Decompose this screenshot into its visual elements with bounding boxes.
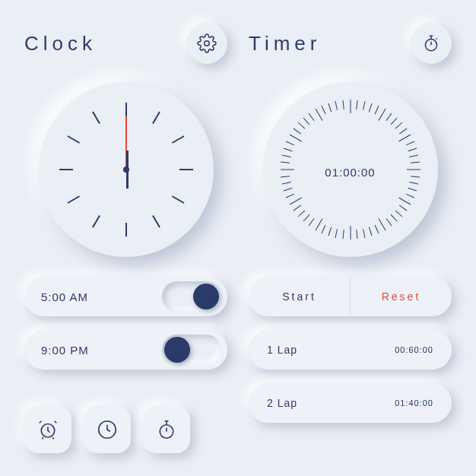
timer-tick bbox=[298, 122, 306, 129]
start-button[interactable]: Start bbox=[249, 277, 350, 316]
clock-tick bbox=[92, 215, 100, 228]
reset-button[interactable]: Reset bbox=[350, 277, 452, 316]
lap-row-2[interactable]: 2 Lap 01:40:00 bbox=[249, 383, 452, 423]
clock-tick bbox=[92, 111, 100, 124]
timer-tick bbox=[335, 229, 338, 238]
timer-tick bbox=[303, 117, 310, 125]
timer-tick bbox=[294, 129, 301, 135]
timer-tick bbox=[281, 154, 290, 157]
timer-tick bbox=[328, 103, 332, 112]
timer-tick bbox=[322, 225, 326, 233]
timer-tick bbox=[398, 198, 411, 205]
timer-tick bbox=[286, 194, 294, 198]
clock-center-dot bbox=[123, 167, 129, 173]
timer-tick bbox=[350, 226, 351, 240]
timer-tick bbox=[391, 117, 398, 125]
timer-tick bbox=[386, 113, 392, 120]
lap-label-1: 1 Lap bbox=[267, 344, 395, 356]
timer-tick bbox=[410, 154, 419, 157]
timer-tick bbox=[408, 148, 417, 151]
timer-tick bbox=[369, 227, 373, 236]
timer-panel: Timer 01:00:00 Start Reset 1 Lap 00:60:0… bbox=[249, 23, 452, 453]
timer-tick bbox=[411, 162, 420, 163]
tab-alarm[interactable] bbox=[24, 406, 71, 453]
timer-tick bbox=[342, 230, 344, 239]
clock-header: Clock bbox=[24, 23, 227, 64]
tab-clock[interactable] bbox=[84, 406, 131, 453]
alarm-row-1: 5:00 AM bbox=[24, 277, 227, 316]
clock-tick bbox=[152, 215, 160, 228]
toggle-knob bbox=[193, 284, 219, 309]
timer-tick bbox=[407, 170, 420, 170]
timer-tick bbox=[286, 141, 294, 145]
timer-tick bbox=[375, 225, 379, 233]
clock-tick bbox=[68, 135, 81, 144]
timer-tick bbox=[399, 205, 407, 211]
timer-tick bbox=[395, 210, 403, 217]
timer-tick bbox=[284, 148, 293, 151]
timer-tick bbox=[356, 230, 357, 239]
timer-tick bbox=[309, 218, 315, 226]
timer-dial-wrap: 01:00:00 bbox=[249, 82, 452, 257]
alarm-toggle-1[interactable] bbox=[162, 281, 221, 312]
timer-controls: Start Reset bbox=[249, 277, 452, 316]
lap-row-1[interactable]: 1 Lap 00:60:00 bbox=[249, 330, 452, 370]
timer-tick bbox=[356, 100, 357, 109]
clock-icon bbox=[96, 418, 119, 441]
clock-tick bbox=[59, 169, 73, 170]
timer-tick bbox=[408, 188, 417, 192]
stopwatch-icon bbox=[421, 33, 441, 53]
timer-tick bbox=[350, 100, 351, 113]
clock-panel: Clock 5:00 AM 9:00 PM bbox=[24, 23, 227, 453]
timer-face[interactable]: 01:00:00 bbox=[263, 82, 438, 257]
lap-time-2: 01:40:00 bbox=[395, 398, 433, 408]
stopwatch-icon bbox=[155, 418, 178, 441]
clock-tick bbox=[152, 111, 160, 124]
tab-stopwatch[interactable] bbox=[143, 406, 190, 453]
stopwatch-button[interactable] bbox=[411, 23, 452, 64]
timer-tick bbox=[391, 214, 398, 222]
toggle-knob bbox=[164, 337, 190, 363]
timer-readout: 01:00:00 bbox=[263, 166, 438, 179]
timer-tick bbox=[378, 218, 386, 230]
timer-tick bbox=[405, 141, 414, 145]
timer-tick bbox=[363, 101, 365, 110]
bottom-tabs bbox=[24, 406, 227, 453]
alarm-toggle-2[interactable] bbox=[162, 335, 221, 365]
clock-tick bbox=[172, 195, 185, 204]
timer-tick bbox=[386, 218, 392, 226]
timer-tick bbox=[405, 194, 414, 198]
alarm-time-1: 5:00 AM bbox=[41, 290, 162, 303]
alarm-clock-icon bbox=[36, 418, 59, 441]
timer-tick bbox=[303, 214, 310, 222]
timer-tick bbox=[294, 205, 301, 211]
lap-label-2: 2 Lap bbox=[267, 397, 395, 409]
timer-tick bbox=[399, 129, 407, 135]
clock-tick bbox=[172, 135, 185, 144]
timer-tick bbox=[284, 188, 293, 192]
svg-point-0 bbox=[205, 41, 210, 46]
timer-tick bbox=[378, 109, 386, 121]
timer-tick bbox=[315, 109, 322, 121]
timer-tick bbox=[281, 182, 290, 184]
timer-tick bbox=[315, 218, 322, 230]
clock-face[interactable] bbox=[39, 82, 214, 257]
timer-tick bbox=[322, 106, 326, 114]
settings-button[interactable] bbox=[186, 23, 227, 64]
alarm-time-2: 9:00 PM bbox=[41, 344, 162, 357]
timer-title: Timer bbox=[249, 32, 321, 56]
timer-tick bbox=[298, 210, 306, 217]
timer-tick bbox=[328, 227, 332, 236]
timer-tick bbox=[375, 106, 379, 114]
timer-tick bbox=[369, 103, 373, 112]
timer-tick bbox=[342, 100, 344, 109]
timer-tick bbox=[281, 162, 290, 163]
clock-dial-wrap bbox=[24, 82, 227, 257]
timer-tick bbox=[395, 122, 403, 129]
timer-tick bbox=[281, 170, 294, 170]
lap-time-1: 00:60:00 bbox=[395, 345, 433, 354]
timer-header: Timer bbox=[249, 23, 452, 64]
clock-tick bbox=[68, 195, 81, 204]
timer-tick bbox=[290, 135, 302, 142]
timer-tick bbox=[290, 198, 302, 205]
